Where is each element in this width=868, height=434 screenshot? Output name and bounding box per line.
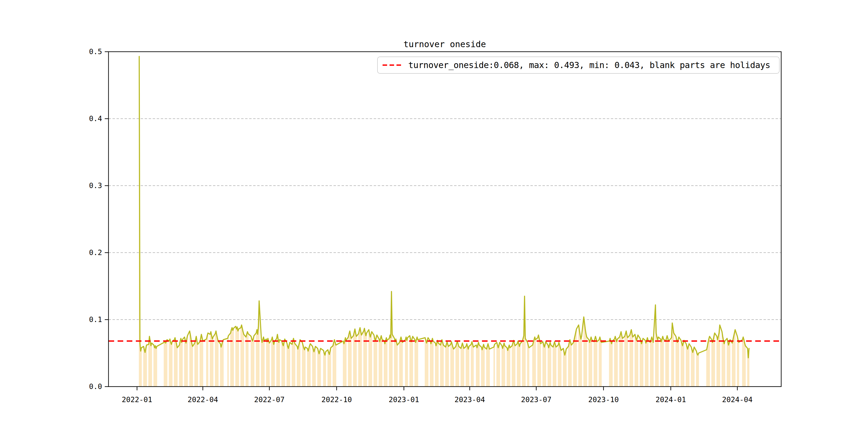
daily-turnover-bar: [395, 342, 396, 387]
daily-turnover-bar: [461, 346, 462, 387]
daily-turnover-bar: [691, 347, 691, 387]
daily-turnover-bar: [241, 325, 242, 386]
daily-turnover-bar: [176, 344, 177, 386]
x-tick-label: 2023-07: [521, 396, 552, 404]
daily-turnover-bar: [622, 338, 623, 386]
daily-turnover-bar: [279, 340, 280, 386]
daily-turnover-bar: [738, 340, 738, 386]
daily-turnover-bar: [333, 346, 333, 387]
daily-turnover-bar: [412, 339, 412, 387]
daily-turnover-bar: [299, 346, 299, 387]
daily-turnover-bar: [636, 341, 637, 387]
daily-turnover-bar: [156, 348, 156, 387]
daily-turnover-bar: [185, 341, 185, 387]
daily-turnover-bar: [720, 325, 720, 386]
daily-turnover-bar: [355, 329, 355, 386]
daily-turnover-bar: [687, 349, 688, 386]
daily-turnover-bar: [468, 349, 469, 386]
daily-turnover-bar: [523, 338, 523, 386]
daily-turnover-bar: [527, 342, 528, 386]
gridlines-layer: [108, 52, 781, 320]
daily-turnover-bar: [300, 340, 300, 386]
daily-turnover-bar: [258, 326, 258, 386]
daily-turnover-bar: [233, 329, 234, 387]
daily-turnover-bar: [627, 338, 628, 387]
daily-turnover-bar: [499, 345, 499, 386]
daily-turnover-bar: [694, 347, 694, 387]
daily-turnover-bar: [482, 350, 483, 387]
daily-turnover-bar: [458, 346, 459, 386]
daily-turnover-bar: [448, 346, 449, 386]
daily-turnover-bar: [553, 347, 553, 387]
daily-turnover-bar: [494, 344, 495, 387]
daily-turnover-bar: [503, 346, 504, 387]
daily-turnover-bar: [537, 338, 538, 387]
daily-turnover-bar: [156, 346, 157, 386]
daily-turnover-bar: [646, 341, 647, 387]
daily-turnover-bar: [436, 343, 437, 387]
daily-turnover-bar: [169, 341, 169, 386]
daily-turnover-bar: [669, 341, 669, 386]
daily-turnover-bar: [709, 339, 709, 387]
legend-red-dashed-line-icon: [382, 64, 403, 66]
daily-turnover-bar: [648, 341, 648, 387]
daily-turnover-bar: [243, 332, 243, 386]
daily-turnover-bar: [447, 342, 447, 387]
daily-turnover-bar: [181, 338, 181, 386]
daily-turnover-bar: [427, 341, 428, 387]
daily-turnover-bar: [573, 342, 574, 386]
daily-turnover-bar: [360, 328, 360, 386]
daily-turnover-bar: [336, 345, 336, 386]
daily-turnover-bar: [729, 342, 730, 386]
daily-turnover-bar: [671, 338, 672, 387]
daily-turnover-bar: [498, 348, 499, 386]
daily-turnover-bar: [635, 334, 635, 386]
daily-turnover-bar: [677, 342, 678, 386]
daily-turnover-bar: [154, 345, 154, 386]
daily-turnover-bar: [407, 338, 408, 387]
daily-turnover-bar: [650, 342, 650, 386]
daily-turnover-bar: [389, 338, 390, 386]
daily-turnover-bar: [524, 336, 524, 386]
daily-turnover-bar: [190, 335, 191, 387]
daily-turnover-bar: [377, 335, 377, 387]
daily-turnover-bar: [221, 347, 221, 387]
daily-turnover-bar: [519, 346, 520, 386]
daily-turnover-bar: [657, 340, 658, 386]
daily-turnover-bar: [426, 343, 427, 387]
daily-turnover-bar: [477, 348, 477, 386]
daily-turnover-bar: [273, 341, 273, 386]
daily-turnover-bar: [269, 343, 270, 387]
daily-turnover-bar: [660, 339, 661, 387]
daily-turnover-bar: [261, 338, 261, 386]
daily-turnover-bar: [279, 342, 279, 386]
daily-turnover-bar: [529, 348, 529, 386]
daily-turnover-bar: [631, 330, 631, 387]
daily-turnover-bar: [564, 352, 564, 386]
daily-turnover-bar: [621, 332, 621, 386]
daily-turnover-bar: [283, 346, 283, 387]
daily-turnover-bar: [220, 344, 221, 386]
daily-turnover-bar: [554, 344, 554, 387]
daily-turnover-bar: [155, 346, 156, 387]
daily-turnover-bar: [293, 338, 293, 386]
daily-turnover-bar: [595, 337, 596, 387]
daily-turnover-bar: [641, 341, 641, 386]
daily-turnover-bar: [257, 334, 258, 386]
daily-turnover-bar: [371, 334, 371, 386]
daily-turnover-bar: [426, 341, 426, 387]
daily-turnover-bar: [619, 337, 620, 386]
daily-turnover-bar: [732, 343, 733, 387]
daily-turnover-bar: [502, 348, 503, 387]
daily-turnover-bar: [722, 337, 723, 387]
daily-turnover-bar: [682, 343, 682, 387]
daily-turnover-bar: [507, 350, 508, 386]
daily-turnover-bar: [546, 342, 546, 387]
daily-turnover-bar: [666, 338, 666, 386]
daily-turnover-bar: [217, 338, 218, 386]
daily-turnover-bar: [246, 337, 246, 386]
daily-turnover-bar: [268, 338, 268, 386]
daily-turnover-bar: [609, 341, 610, 386]
daily-turnover-bar: [238, 331, 238, 387]
daily-turnover-bar: [369, 330, 369, 387]
